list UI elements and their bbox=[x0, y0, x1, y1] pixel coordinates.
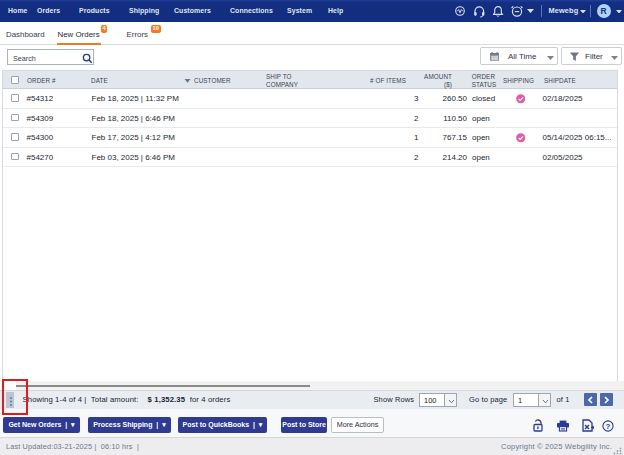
svg-text:?: ? bbox=[606, 421, 611, 430]
